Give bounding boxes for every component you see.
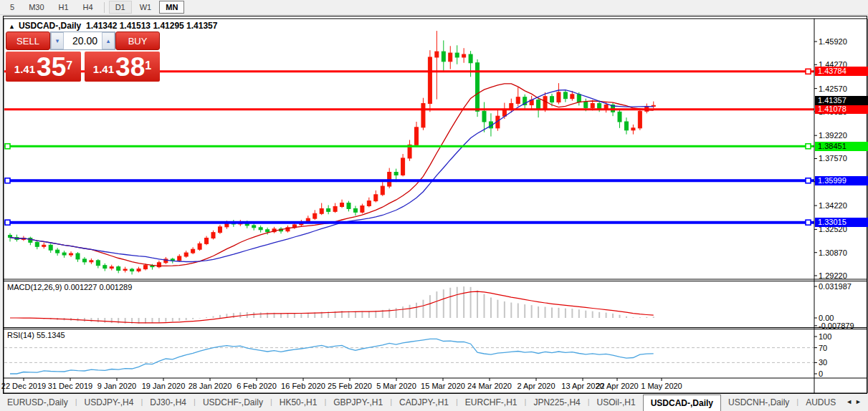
date-tick-label: 5 Mar 2020 [376,382,416,390]
chart-tab-usdjpy-h4[interactable]: USDJPY-,H4 [77,395,141,411]
chart-tab-usdcad-daily[interactable]: USDCAD-,Daily [643,395,721,411]
price-tick-label: 1.39220 [819,131,847,140]
level-price-tag: 1.43784 [815,67,868,76]
date-tick-label: 9 Jan 2020 [97,382,136,390]
chart-tab-hk50-h1[interactable]: HK50-,H1 [272,395,325,411]
chart-tab-dj30-h4[interactable]: DJ30-,H4 [143,395,194,411]
level-price-tag: 1.41078 [815,105,868,114]
macd-tick-label: -0.007879 [819,321,854,330]
line-handle[interactable] [806,220,811,225]
rsi-tick-label: 100 [819,332,831,341]
volume-up-icon[interactable]: ▴ [102,32,115,49]
volume-input[interactable] [64,32,102,49]
chart-tab-usdchf-daily[interactable]: USDCHF-,Daily [196,395,270,411]
ask-price-big: 38 [115,55,145,79]
date-tick-label: 22 Apr 2020 [596,382,638,390]
date-tick-label: 1 May 2020 [641,382,682,390]
line-handle[interactable] [806,178,811,183]
current-price-tag: 1.41357 [815,96,868,105]
date-tick-label: 24 Mar 2020 [467,382,512,390]
chart-tab-usoil-h1[interactable]: USOil-,H1 [590,395,643,411]
one-click-trade-panel: SELL ▾ ▴ BUY 1.41 35 7 1.41 38 1 [6,32,160,82]
ask-price-pip: 1 [145,52,151,80]
line-handle[interactable] [5,178,10,183]
bid-price-big: 35 [37,55,66,79]
price-tick-label: 1.30870 [819,248,847,257]
rsi-label: RSI(14) 55.1345 [7,331,65,339]
volume-stepper: ▾ ▴ [50,32,115,50]
line-handle[interactable] [5,144,10,149]
level-price-tag: 1.38451 [815,142,868,151]
date-tick-label: 25 Feb 2020 [328,382,372,390]
date-tick-label: 15 Mar 2020 [421,382,465,390]
line-handle[interactable] [806,69,811,74]
date-tick-label: 28 Jan 2020 [189,382,232,390]
date-tick-label: 22 Dec 2019 [1,382,46,390]
macd-histogram [10,286,654,324]
chart-tab-jpn225-h4[interactable]: JPN225-,H4 [526,395,587,411]
chart-tab-gbpjpy-h1[interactable]: GBPJPY-,H1 [326,395,390,411]
tabs-scroll-left-icon[interactable]: ◄ [846,398,855,405]
price-tick-label: 1.45920 [819,37,847,46]
bid-price-pip: 7 [66,52,72,80]
chart-tab-eurusd-daily[interactable]: EURUSD-,Daily [0,395,75,411]
date-tick-label: 2 Apr 2020 [517,382,555,390]
price-tick-label: 1.34220 [819,201,847,210]
line-handle[interactable] [806,144,811,149]
volume-down-icon[interactable]: ▾ [51,32,64,49]
level-price-tag: 1.33015 [815,218,868,227]
chart-tab-bar: EURUSD-,Daily|USDJPY-,H4|DJ30-,H4|USDCHF… [0,395,868,411]
price-tick-label: 1.29220 [819,271,847,280]
date-tick-label: 19 Jan 2020 [142,382,186,390]
price-tick-label: 1.37570 [819,154,847,163]
symbol-title: USDCAD-,Daily [19,21,81,31]
chart-tab-usdcnh-daily[interactable]: USDCNH-,Daily [721,395,796,411]
chart-symbol-header: ▲USDCAD-,Daily 1.41342 1.41513 1.41295 1… [9,21,217,31]
rsi-tick-label: 0 [819,369,823,378]
tabs-scroll-right-icon[interactable]: ► [855,398,864,405]
bid-price-prefix: 1.41 [14,60,35,79]
bid-price-tile[interactable]: 1.41 35 7 [6,52,81,82]
date-tick-label: 31 Dec 2019 [48,382,92,390]
ask-price-tile[interactable]: 1.41 38 1 [85,52,160,82]
sell-button[interactable]: SELL [6,32,50,50]
chart-tab-cadjpy-h1[interactable]: CADJPY-,H1 [392,395,456,411]
chart-tab-audus[interactable]: AUDUS [798,395,843,411]
macd-label: MACD(12,26,9) 0.001227 0.001289 [7,283,132,291]
chart-tab-eurchf-h1[interactable]: EURCHF-,H1 [458,395,525,411]
ask-price-prefix: 1.41 [93,60,114,79]
line-handle[interactable] [5,220,10,225]
date-tick-label: 16 Feb 2020 [281,382,325,390]
date-tick-label: 6 Feb 2020 [237,382,277,390]
macd-tick-label: 0.031987 [819,282,852,291]
level-price-tag: 1.35999 [815,176,868,185]
tab-scroll-arrows: ◄► [846,398,864,405]
price-tick-label: 1.42570 [819,84,847,93]
rsi-tick-label: 30 [819,358,827,367]
buy-button[interactable]: BUY [115,32,160,50]
rsi-tick-label: 70 [819,344,827,352]
up-triangle-icon: ▲ [9,23,15,30]
ohlc-values: 1.41342 1.41513 1.41295 1.41357 [86,21,218,31]
